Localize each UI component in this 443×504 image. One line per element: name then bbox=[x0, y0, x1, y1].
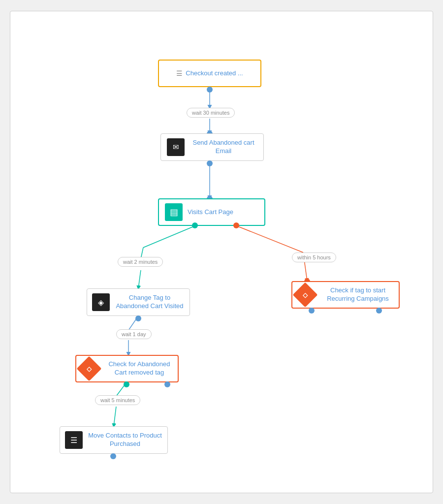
wait-label-2: wait 2 minutes bbox=[118, 257, 163, 267]
movecontacts-node[interactable]: Move Contacts to Product Purchased bbox=[60, 426, 168, 454]
list-icon: ☰ bbox=[176, 69, 183, 77]
connector-dot-7 bbox=[309, 308, 315, 314]
connector-dot-orange-1 bbox=[233, 222, 239, 228]
changetag-label: Change Tag to Abandoned Cart Visited bbox=[115, 294, 185, 311]
connector-dot-1 bbox=[207, 87, 213, 93]
card-icon bbox=[170, 207, 178, 218]
flow-canvas: ☰ Checkout created ... wait 30 minutes S… bbox=[10, 11, 433, 493]
connector-dot-6 bbox=[110, 453, 116, 459]
checkout-label: Checkout created ... bbox=[186, 69, 243, 78]
cart-label: Visits Cart Page bbox=[188, 208, 233, 217]
email-node[interactable]: Send Abandoned cart Email bbox=[160, 133, 264, 161]
svg-line-11 bbox=[237, 226, 303, 252]
envelope-icon bbox=[173, 143, 179, 152]
connector-dot-green-1 bbox=[192, 222, 198, 228]
email-label: Send Abandoned cart Email bbox=[190, 139, 257, 156]
list-icon-2 bbox=[70, 436, 77, 445]
connector-dot-8 bbox=[376, 308, 382, 314]
changetag-node[interactable]: Change Tag to Abandoned Cart Visited bbox=[87, 288, 190, 316]
svg-line-10 bbox=[114, 407, 116, 426]
tag-icon-box bbox=[92, 293, 110, 311]
recurring-label: Check if tag to start Recurring Campaign… bbox=[321, 286, 395, 303]
connector-dot-blue-2 bbox=[164, 381, 170, 387]
svg-line-6 bbox=[138, 270, 141, 288]
cart-icon-box bbox=[165, 203, 183, 221]
movecontacts-icon-box bbox=[65, 431, 83, 449]
movecontacts-label: Move Contacts to Product Purchased bbox=[88, 432, 162, 448]
checkabandoned-node[interactable]: ◇ Check for Abandoned Cart removed tag bbox=[75, 355, 179, 382]
wait-label-3: wait 1 day bbox=[116, 329, 152, 339]
connector-dot-green-2 bbox=[124, 381, 129, 387]
recurring-node[interactable]: ◇ Check if tag to start Recurring Campai… bbox=[291, 281, 400, 309]
tag2-icon bbox=[98, 298, 104, 307]
email-icon-box bbox=[167, 138, 185, 156]
cart-node[interactable]: Visits Cart Page bbox=[158, 198, 265, 226]
diamond-icon-1: ◇ bbox=[77, 356, 102, 381]
wait-label-5: within 5 hours bbox=[292, 252, 336, 262]
diamond-icon-2: ◇ bbox=[293, 283, 318, 308]
wait-label-1: wait 30 minutes bbox=[187, 108, 235, 118]
svg-line-4 bbox=[143, 226, 195, 248]
connector-dot-3 bbox=[207, 160, 213, 166]
wait-label-4: wait 5 minutes bbox=[95, 395, 140, 405]
checkabandoned-label: Check for Abandoned Cart removed tag bbox=[105, 360, 174, 377]
checkout-node[interactable]: ☰ Checkout created ... bbox=[158, 60, 261, 87]
connector-dot-5 bbox=[135, 315, 141, 321]
